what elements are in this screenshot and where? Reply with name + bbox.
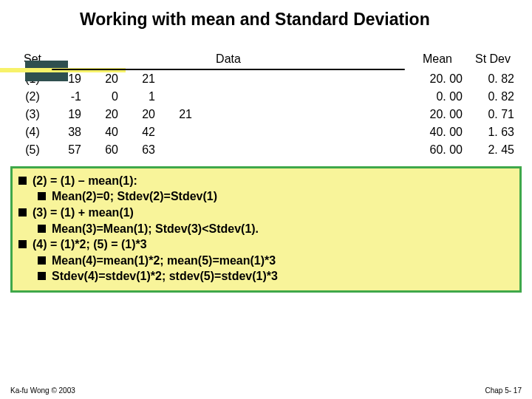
slide-title: Working with mean and Standard Deviation [80,9,532,30]
bullet-level1: (3) = (1) + mean(1) [18,205,514,221]
cell-data: 21 [123,70,160,88]
cell-data [160,88,197,106]
note-text: (2) = (1) – mean(1): [33,173,137,189]
bullet-level1: (4) = (1)*2; (5) = (1)*3 [18,236,514,253]
table-row: (4) 38 40 42 40. 00 1. 63 [16,123,519,141]
bullet-level1: (2) = (1) – mean(1): [18,173,514,189]
bullet-level2: Mean(2)=0; Stdev(2)=Stdev(1) [38,188,514,205]
cell-mean: 40. 00 [408,123,467,141]
bullet-icon [18,177,27,185]
bullet-level2: Mean(3)=Mean(1); Stdev(3)<Stdev(1). [38,221,514,237]
cell-data: 57 [49,141,86,159]
cell-data: 38 [49,123,86,141]
footer-left: Ka-fu Wong © 2003 [10,386,75,395]
bullet-icon [38,225,46,233]
note-text: Mean(4)=mean(1)*2; mean(5)=mean(1)*3 [52,253,276,269]
cell-mean: 0. 00 [408,88,467,106]
notes-box: (2) = (1) – mean(1): Mean(2)=0; Stdev(2)… [10,166,522,293]
footer-right: Chap 5- 17 [485,386,522,395]
bullet-icon [18,240,27,248]
cell-data: 20 [123,106,160,123]
cell-data: -1 [49,88,86,106]
cell-data: 60 [86,141,123,159]
bullet-icon [38,256,46,265]
header-stdev: St Dev [467,52,519,70]
cell-set: (4) [16,123,49,141]
note-text: Stdev(4)=stdev(1)*2; stdev(5)=stdev(1)*3 [52,268,278,284]
cell-data [160,141,197,159]
cell-mean: 20. 00 [408,106,467,123]
table-row: (3) 19 20 20 21 20. 00 0. 71 [16,106,519,123]
cell-set: (3) [16,106,49,123]
note-text: Mean(2)=0; Stdev(2)=Stdev(1) [52,188,217,205]
bullet-icon [38,192,46,200]
header-data-label: Data [216,52,241,65]
bullet-level2: Stdev(4)=stdev(1)*2; stdev(5)=stdev(1)*3 [38,268,514,284]
table-row: (2) -1 0 1 0. 00 0. 82 [16,88,519,106]
footer: Ka-fu Wong © 2003 Chap 5- 17 [0,386,532,395]
cell-mean: 20. 00 [408,70,467,88]
cell-data: 42 [123,123,160,141]
cell-data: 19 [49,106,86,123]
cell-sd: 0. 82 [467,70,519,88]
cell-sd: 0. 71 [467,106,519,123]
cell-data: 40 [86,123,123,141]
cell-data: 20 [86,106,123,123]
note-text: Mean(3)=Mean(1); Stdev(3)<Stdev(1). [52,221,259,237]
header-data: Data [49,52,408,70]
cell-sd: 2. 45 [467,141,519,159]
note-text: (4) = (1)*2; (5) = (1)*3 [33,236,147,253]
bullet-icon [38,272,46,280]
data-table: Set Data Mean St Dev (1) 19 20 21 20. 00… [16,52,519,159]
cell-data: 21 [160,106,197,123]
header-mean: Mean [408,52,467,70]
cell-sd: 0. 82 [467,88,519,106]
cell-data [160,70,197,88]
table-row: (5) 57 60 63 60. 00 2. 45 [16,141,519,159]
cell-data: 63 [123,141,160,159]
title-block: Working with mean and Standard Deviation [0,0,532,30]
data-table-wrap: Set Data Mean St Dev (1) 19 20 21 20. 00… [16,52,519,159]
note-text: (3) = (1) + mean(1) [33,205,134,221]
cell-set: (5) [16,141,49,159]
cell-sd: 1. 63 [467,123,519,141]
bullet-icon [18,208,27,216]
cell-mean: 60. 00 [408,141,467,159]
cell-data: 1 [123,88,160,106]
bullet-level2: Mean(4)=mean(1)*2; mean(5)=mean(1)*3 [38,253,514,269]
cell-data: 0 [86,88,123,106]
cell-data [160,123,197,141]
cell-set: (2) [16,88,49,106]
